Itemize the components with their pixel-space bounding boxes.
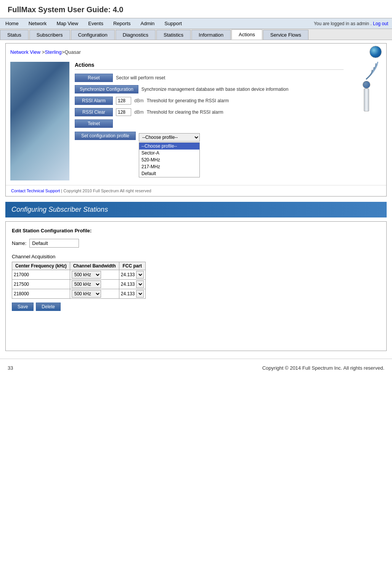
action-row-sync: Synchronize Configuration Synchronize ma…: [75, 85, 344, 93]
network-image: [10, 62, 69, 180]
profile-dropdown-choose[interactable]: --Choose profile--: [139, 143, 199, 150]
rssi-clear-desc: Threshold for clearing the RSSI alarm: [147, 109, 223, 115]
page-footer: 33 Copyright © 2014 Full Spectrum Inc. A…: [0, 359, 392, 377]
nav-network[interactable]: Network: [27, 20, 48, 27]
sec-nav: Status Subscribers Configuration Diagnos…: [0, 29, 392, 40]
action-row-reset: Reset Sector will perform reset: [75, 74, 344, 82]
profile-dropdown: --Choose profile-- Sector-A 520-MHz 217-…: [139, 142, 200, 177]
fcc-select-1[interactable]: ▼: [136, 280, 144, 288]
nav-home[interactable]: Home: [4, 20, 20, 27]
tab-subscribers[interactable]: Subscribers: [29, 30, 70, 40]
rssi-clear-unit: dBm: [134, 109, 144, 115]
breadcrumb-network-view[interactable]: Network View: [10, 49, 40, 55]
antenna-body: [364, 89, 369, 111]
fcc-val-2: 24.133: [121, 291, 135, 296]
login-status: You are logged in as admin . Log out: [314, 21, 388, 26]
table-row: 500 kHz 1000 kHz 250 kHz 24.133 ▼: [12, 270, 146, 280]
profile-select[interactable]: --Choose profile-- Sector-A 520-MHz 217-…: [139, 133, 200, 142]
channel-table: Center Frequency (kHz) Channel Bandwidth…: [12, 262, 146, 299]
tab-statistics[interactable]: Statistics: [156, 30, 191, 40]
rssi-alarm-desc: Threshold for generating the RSSI alarm: [147, 98, 229, 103]
bw-select-2[interactable]: 500 kHz 1000 kHz 250 kHz: [72, 290, 101, 298]
col-fcc: FCC part: [119, 262, 145, 270]
profile-area: --Choose profile-- Sector-A 520-MHz 217-…: [139, 133, 200, 177]
freq-input-1[interactable]: [14, 282, 40, 287]
action-row-rssi-clear: RSSI Clear dBm Threshold for clearing th…: [75, 108, 344, 116]
top-nav-left: Home Network Map View Events Reports Adm…: [4, 20, 183, 27]
nav-reports[interactable]: Reports: [112, 20, 132, 27]
footer-copyright: Copyright 2010 Full Spectrum All right r…: [63, 188, 151, 193]
main-content: Network View >Sterling>Quasar Actions Re…: [5, 43, 387, 196]
fcc-select-2[interactable]: ▼: [136, 290, 144, 298]
content-body: Actions Reset Sector will perform reset …: [6, 60, 386, 185]
bw-select-1[interactable]: 500 kHz 1000 kHz 250 kHz: [72, 280, 101, 288]
section-heading: Configuring Subscriber Stations: [5, 202, 387, 217]
name-input[interactable]: [29, 239, 79, 248]
freq-input-0[interactable]: [14, 272, 40, 277]
breadcrumb: Network View >Sterling>Quasar: [10, 49, 81, 55]
sync-desc: Synchronize management database with bas…: [141, 87, 289, 92]
actions-section: Actions Reset Sector will perform reset …: [75, 62, 344, 180]
contact-support-link[interactable]: Contact Technical Support: [11, 188, 60, 193]
tab-status[interactable]: Status: [0, 30, 29, 40]
right-decoration: [351, 62, 382, 180]
page-footer-copyright: Copyright © 2014 Full Spectrum Inc. All …: [262, 365, 384, 371]
rssi-alarm-input[interactable]: [116, 97, 131, 105]
logout-link[interactable]: Log out: [373, 21, 388, 26]
page-title: FullMax System User Guide: 4.0: [0, 0, 392, 18]
tab-information[interactable]: Information: [191, 30, 231, 40]
col-bw: Channel Bandwidth: [70, 262, 119, 270]
tab-configuration[interactable]: Configuration: [71, 30, 115, 40]
bw-select-0[interactable]: 500 kHz 1000 kHz 250 kHz: [72, 271, 101, 279]
nav-events[interactable]: Events: [87, 20, 105, 27]
table-row: 500 kHz 1000 kHz 250 kHz 24.133 ▼: [12, 289, 146, 299]
profile-dropdown-sector-a[interactable]: Sector-A: [139, 150, 199, 156]
antenna-ball: [363, 81, 370, 89]
page-number: 33: [8, 365, 13, 371]
action-row-profile: Set configuration profile --Choose profi…: [75, 131, 344, 177]
form-buttons: Save Delete: [12, 303, 380, 311]
action-row-telnet: Telnet: [75, 119, 344, 128]
fcc-val-1: 24.133: [121, 282, 135, 287]
reset-desc: Sector will perform reset: [116, 75, 165, 81]
tab-diagnostics[interactable]: Diagnostics: [116, 30, 156, 40]
sync-config-button[interactable]: Synchronize Configuration: [75, 85, 138, 93]
form-name-row: Name:: [12, 239, 380, 248]
wifi-arcs-icon: [353, 62, 380, 81]
col-freq: Center Frequency (kHz): [12, 262, 70, 270]
rssi-alarm-button[interactable]: RSSI Alarm: [75, 97, 113, 105]
table-row: 500 kHz 1000 kHz 250 kHz 24.133 ▼: [12, 280, 146, 289]
profile-dropdown-520mhz[interactable]: 520-MHz: [139, 156, 199, 163]
profile-dropdown-217mhz[interactable]: 217-MHz: [139, 163, 199, 170]
rssi-clear-button[interactable]: RSSI Clear: [75, 108, 113, 116]
profile-dropdown-default[interactable]: Default: [139, 170, 199, 177]
telnet-button[interactable]: Telnet: [75, 119, 113, 128]
rssi-alarm-unit: dBm: [134, 98, 144, 103]
action-row-rssi-alarm: RSSI Alarm dBm Threshold for generating …: [75, 97, 344, 105]
actions-title: Actions: [75, 62, 344, 70]
save-button[interactable]: Save: [12, 303, 34, 311]
nav-support[interactable]: Support: [163, 20, 183, 27]
breadcrumb-sterling[interactable]: Sterling: [45, 49, 61, 55]
globe-icon: [370, 46, 382, 58]
reset-button[interactable]: Reset: [75, 74, 113, 82]
profile-select-row: --Choose profile-- Sector-A 520-MHz 217-…: [139, 133, 200, 142]
form-area: Edit Station Configuration Profile: Name…: [5, 221, 387, 351]
tab-actions[interactable]: Actions: [231, 29, 262, 40]
tab-service-flows[interactable]: Service Flows: [263, 30, 308, 40]
form-section-title: Edit Station Configuration Profile:: [12, 228, 380, 233]
set-profile-button[interactable]: Set configuration profile: [75, 132, 136, 140]
footer-links: Contact Technical Support | Copyright 20…: [6, 185, 386, 196]
nav-admin[interactable]: Admin: [139, 20, 156, 27]
freq-input-2[interactable]: [14, 291, 40, 296]
nav-map-view[interactable]: Map View: [55, 20, 80, 27]
channel-section-title: Channel Acquisition: [12, 254, 380, 259]
delete-button[interactable]: Delete: [36, 303, 61, 311]
top-nav: Home Network Map View Events Reports Adm…: [0, 18, 392, 29]
name-label: Name:: [12, 240, 26, 246]
fcc-select-0[interactable]: ▼: [136, 271, 144, 279]
rssi-clear-input[interactable]: [116, 108, 131, 116]
breadcrumb-quasar: Quasar: [64, 49, 81, 55]
breadcrumb-row: Network View >Sterling>Quasar: [6, 43, 386, 60]
fcc-val-0: 24.133: [121, 272, 135, 277]
